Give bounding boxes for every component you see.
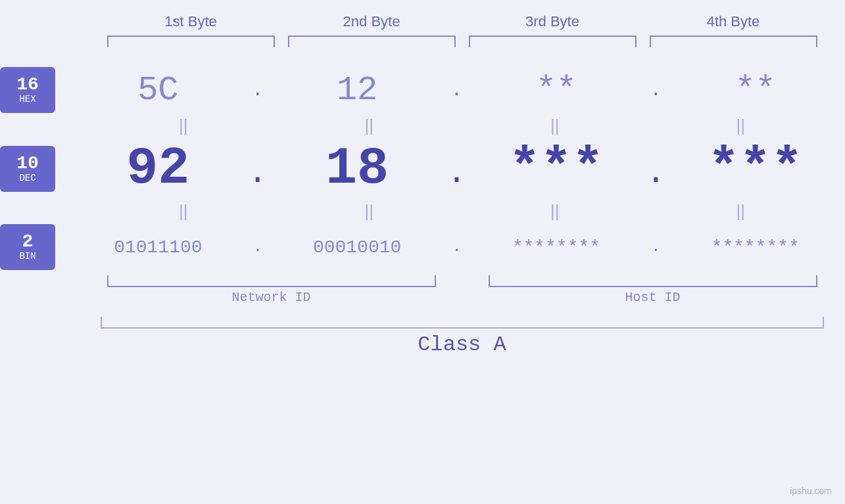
bracket-byte3 — [469, 35, 637, 47]
dec-dot1: . — [248, 154, 268, 198]
byte3-header: 3rd Byte — [462, 13, 643, 35]
equals-dec-1: || — [101, 201, 267, 221]
bin-byte2: 00010010 — [268, 237, 447, 258]
bracket-byte2 — [288, 35, 456, 47]
hex-byte3: ** — [467, 71, 646, 110]
bin-dot3: . — [646, 239, 665, 256]
equals-dec-2: || — [286, 201, 452, 221]
hex-dot3: . — [646, 80, 665, 101]
bracket-byte4 — [650, 35, 817, 47]
byte4-header: 4th Byte — [643, 13, 824, 35]
bin-dot2: . — [447, 239, 467, 256]
equals-hex-3: || — [472, 116, 639, 136]
host-id-label: Host ID — [482, 290, 824, 305]
byte2-header: 2nd Byte — [281, 13, 462, 35]
bin-byte1: 01011100 — [68, 237, 248, 258]
hex-dot1: . — [248, 80, 268, 101]
class-label: Class A — [418, 332, 506, 357]
dec-byte2: 18 — [268, 139, 447, 198]
equals-dec-4: || — [658, 201, 824, 221]
bin-badge: 2 BIN — [0, 224, 55, 270]
bottom-bracket-host — [489, 275, 817, 287]
dec-byte1: 92 — [68, 139, 248, 198]
byte1-header: 1st Byte — [101, 13, 281, 35]
hex-byte2: 12 — [268, 71, 447, 110]
hex-base-number: 16 — [16, 76, 39, 94]
dec-byte4: *** — [665, 139, 845, 198]
bin-byte4: ******** — [665, 237, 845, 258]
network-id-label: Network ID — [101, 290, 443, 305]
bin-byte3: ******** — [467, 237, 646, 258]
hex-dot2: . — [447, 80, 467, 101]
bin-base-number: 2 — [22, 233, 34, 251]
dec-dot3: . — [646, 154, 665, 198]
equals-hex-4: || — [658, 116, 824, 136]
hex-byte4: ** — [665, 71, 845, 110]
bracket-byte1 — [107, 35, 275, 47]
watermark: ipshu.com — [790, 486, 832, 496]
hex-byte1: 5C — [68, 71, 248, 110]
bin-dot1: . — [248, 239, 268, 256]
equals-hex-1: || — [101, 116, 267, 136]
equals-dec-3: || — [472, 201, 639, 221]
dec-badge: 10 DEC — [0, 146, 55, 192]
hex-base-label: HEX — [19, 94, 36, 104]
dec-dot2: . — [447, 154, 467, 198]
bottom-bracket-network — [107, 275, 436, 287]
hex-badge: 16 HEX — [0, 67, 55, 113]
dec-base-label: DEC — [19, 173, 36, 183]
equals-hex-2: || — [286, 116, 452, 136]
bin-base-label: BIN — [19, 251, 36, 262]
class-bracket — [101, 317, 824, 329]
dec-byte3: *** — [467, 139, 646, 198]
dec-base-number: 10 — [16, 154, 39, 173]
